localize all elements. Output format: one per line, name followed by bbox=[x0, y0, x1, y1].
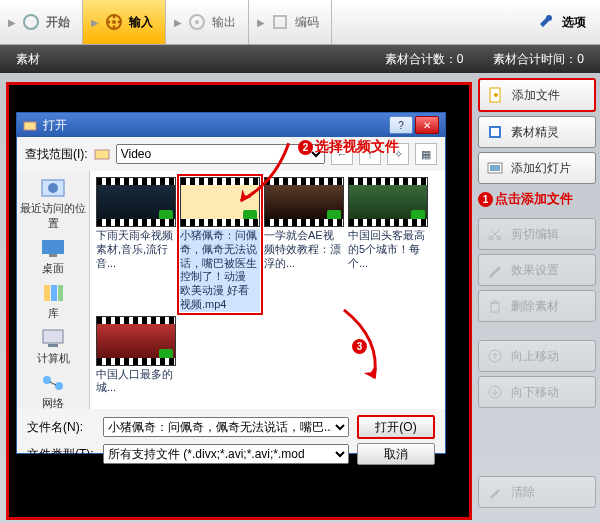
help-icon[interactable]: ? bbox=[389, 116, 413, 134]
badge-1: 1 bbox=[478, 192, 493, 207]
btn-label: 添加幻灯片 bbox=[511, 160, 571, 177]
cut-button[interactable]: 剪切编辑 bbox=[478, 218, 596, 250]
close-icon[interactable]: ✕ bbox=[415, 116, 439, 134]
clear-button[interactable]: 清除 bbox=[478, 476, 596, 508]
tab-label: 编码 bbox=[295, 14, 319, 31]
annotation-text: 选择视频文件 bbox=[315, 138, 399, 156]
place-recent[interactable]: 最近访问的位置 bbox=[17, 175, 89, 233]
tab-input[interactable]: ▶ 输入 bbox=[83, 0, 166, 44]
reel-icon bbox=[105, 13, 123, 31]
svg-point-6 bbox=[108, 21, 111, 24]
dialog-title: 打开 bbox=[43, 117, 67, 134]
file-item[interactable]: 一学就会AE视频特效教程：漂浮的... bbox=[264, 177, 344, 312]
btn-label: 添加文件 bbox=[512, 87, 560, 104]
file-item[interactable]: 中国回头客最高的5个城市！每个... bbox=[348, 177, 428, 312]
time-label: 素材合计时间： bbox=[493, 52, 577, 66]
file-list[interactable]: 下雨天雨伞视频素材,音乐,流行音... 小猪佩奇：问佩奇，佩奇无法说话，嘴巴被医… bbox=[90, 171, 445, 409]
broom-icon bbox=[487, 484, 503, 500]
svg-point-31 bbox=[43, 376, 51, 384]
computer-icon bbox=[39, 327, 67, 349]
place-network[interactable]: 网络 bbox=[37, 370, 69, 413]
file-item-selected[interactable]: 小猪佩奇：问佩奇，佩奇无法说话，嘴巴被医生控制了！动漫 欧美动漫 好看视频.mp… bbox=[177, 174, 263, 315]
badge-3: 3 bbox=[352, 339, 367, 354]
file-item[interactable]: 中国人口最多的城... bbox=[96, 316, 176, 396]
tab-label: 输出 bbox=[212, 14, 236, 31]
svg-point-2 bbox=[112, 20, 116, 24]
delete-button[interactable]: 删除素材 bbox=[478, 290, 596, 322]
file-item[interactable]: 下雨天雨伞视频素材,音乐,流行音... bbox=[96, 177, 176, 312]
svg-rect-25 bbox=[49, 254, 57, 257]
svg-rect-28 bbox=[58, 285, 63, 301]
btn-label: 清除 bbox=[511, 484, 535, 501]
svg-point-4 bbox=[118, 21, 121, 24]
play-icon: ▶ bbox=[8, 17, 16, 28]
count-value: 0 bbox=[457, 52, 464, 66]
svg-rect-17 bbox=[491, 303, 499, 312]
count-label: 素材合计数： bbox=[385, 52, 457, 66]
reel-icon bbox=[188, 13, 206, 31]
viewmode-icon[interactable]: ▦ bbox=[415, 143, 437, 165]
place-desktop[interactable]: 桌面 bbox=[37, 235, 69, 278]
svg-rect-27 bbox=[51, 285, 57, 301]
lookin-label: 查找范围(I): bbox=[25, 146, 88, 163]
time-value: 0 bbox=[577, 52, 584, 66]
open-button[interactable]: 打开(O) bbox=[357, 415, 435, 439]
tab-output[interactable]: ▶ 输出 bbox=[166, 0, 249, 44]
places-bar: 最近访问的位置 桌面 库 计算机 网络 bbox=[17, 171, 90, 409]
tab-label: 输入 bbox=[129, 14, 153, 31]
annotation-step1: 1 点击添加文件 bbox=[478, 190, 596, 208]
tab-start[interactable]: ▶ 开始 bbox=[0, 0, 83, 44]
home-icon bbox=[22, 13, 40, 31]
folder-open-icon bbox=[23, 118, 37, 132]
svg-rect-29 bbox=[43, 330, 63, 343]
place-library[interactable]: 库 bbox=[37, 280, 69, 323]
svg-rect-21 bbox=[95, 150, 109, 159]
btn-label: 向下移动 bbox=[511, 384, 559, 401]
move-down-button[interactable]: 向下移动 bbox=[478, 376, 596, 408]
material-bar: 素材 素材合计数：0 素材合计时间：0 bbox=[0, 45, 600, 73]
svg-point-5 bbox=[113, 26, 116, 29]
tab-label: 开始 bbox=[46, 14, 70, 31]
svg-rect-12 bbox=[491, 128, 499, 136]
wrench-icon bbox=[540, 14, 556, 30]
place-computer[interactable]: 计算机 bbox=[35, 325, 72, 368]
options-button[interactable]: 选项 bbox=[526, 0, 600, 44]
btn-label: 剪切编辑 bbox=[511, 226, 559, 243]
filetype-label: 文件类型(T): bbox=[27, 446, 95, 463]
btn-label: 删除素材 bbox=[511, 298, 559, 315]
filename-field[interactable]: 小猪佩奇：问佩奇，佩奇无法说话，嘴巴... bbox=[103, 417, 349, 437]
options-label: 选项 bbox=[562, 14, 586, 31]
encode-icon bbox=[271, 13, 289, 31]
arrow-up-icon bbox=[487, 348, 503, 364]
open-dialog: 打开 ? ✕ 查找范围(I): Video ← ↑ ✧ ▦ 最近访问的位置 桌面… bbox=[16, 112, 446, 454]
effect-button[interactable]: 效果设置 bbox=[478, 254, 596, 286]
side-panel: 添加文件 素材精灵 添加幻灯片 1 点击添加文件 剪切编辑 效果设置 删除素材 … bbox=[478, 78, 596, 508]
play-icon: ▶ bbox=[257, 17, 265, 28]
play-icon: ▶ bbox=[174, 17, 182, 28]
arrow-down-icon bbox=[487, 384, 503, 400]
file-add-icon bbox=[488, 87, 504, 103]
lookin-select[interactable]: Video bbox=[116, 144, 325, 164]
tab-encode[interactable]: ▶ 编码 bbox=[249, 0, 332, 44]
bar-title: 素材 bbox=[16, 51, 40, 68]
scissors-icon bbox=[487, 226, 503, 242]
svg-point-23 bbox=[48, 183, 58, 193]
dialog-titlebar[interactable]: 打开 ? ✕ bbox=[17, 113, 445, 137]
dialog-bottom: 文件名(N): 小猪佩奇：问佩奇，佩奇无法说话，嘴巴... 打开(O) 文件类型… bbox=[17, 409, 445, 471]
app-root: { "ribbon": { "tabs": [ {"label":"开始","a… bbox=[0, 0, 600, 523]
cancel-button[interactable]: 取消 bbox=[357, 443, 435, 465]
ribbon: ▶ 开始 ▶ 输入 ▶ 输出 ▶ 编码 选项 bbox=[0, 0, 600, 45]
add-slide-button[interactable]: 添加幻灯片 bbox=[478, 152, 596, 184]
svg-rect-14 bbox=[490, 165, 500, 171]
svg-point-8 bbox=[195, 20, 199, 24]
annotation-text: 点击添加文件 bbox=[495, 190, 573, 208]
filetype-field[interactable]: 所有支持文件 (*.divx;*.avi;*.avi;*.mod bbox=[103, 444, 349, 464]
wizard-icon bbox=[487, 124, 503, 140]
trash-icon bbox=[487, 298, 503, 314]
wizard-button[interactable]: 素材精灵 bbox=[478, 116, 596, 148]
annotation-step2: 2 选择视频文件 bbox=[298, 138, 399, 156]
add-file-button[interactable]: 添加文件 bbox=[478, 78, 596, 112]
move-up-button[interactable]: 向上移动 bbox=[478, 340, 596, 372]
svg-rect-24 bbox=[42, 240, 64, 254]
library-icon bbox=[39, 282, 67, 304]
